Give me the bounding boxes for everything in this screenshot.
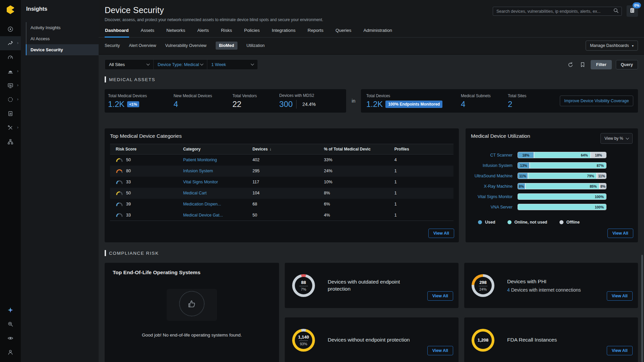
filter-row: All Sites Device Type: Medical 1 Week xyxy=(105,59,638,70)
refresh-icon[interactable] xyxy=(567,61,575,69)
bar-segment-online-not-used: 79% xyxy=(528,173,597,179)
rail-item-radar-icon[interactable] xyxy=(0,22,21,36)
title-block: Device Security Discover, assess, and pr… xyxy=(105,5,323,22)
risk-card-view-all-button[interactable]: View All xyxy=(427,291,453,301)
category-link[interactable]: Medication Dispen... xyxy=(183,202,221,206)
eol-success-message: Good job! No end-of-life operating syste… xyxy=(113,333,271,338)
tab-risks[interactable]: Risks xyxy=(221,27,232,38)
tab-dashboard[interactable]: Dashboard xyxy=(105,27,129,38)
subtab-utilization[interactable]: Utilization xyxy=(247,42,265,50)
metric-badge: <1% xyxy=(127,101,139,107)
rail-item-dotted-circle-icon[interactable]: › xyxy=(0,93,21,107)
tab-reports[interactable]: Reports xyxy=(307,27,324,38)
query-button[interactable]: Query xyxy=(616,60,638,69)
icon-rail: › › › › › xyxy=(0,0,21,362)
vertical-scrollbar[interactable] xyxy=(641,255,643,362)
tab-policies[interactable]: Policies xyxy=(244,27,260,38)
rail-item-report-icon[interactable] xyxy=(0,107,21,121)
subtab-biomed[interactable]: BioMed xyxy=(216,42,237,50)
risk-card-view-all-button[interactable]: View All xyxy=(607,291,633,301)
filter-button[interactable]: Filter xyxy=(591,60,612,69)
metric-value: 1.2K xyxy=(108,100,124,108)
subtab-vulnerability-overview[interactable]: Vulnerability Overview xyxy=(165,42,206,50)
eol-operating-systems-card: Top End-Of-Life Operating Systems Good j… xyxy=(105,263,279,362)
bar-segment-offline: 18% xyxy=(590,152,606,158)
sites-dropdown[interactable]: All Sites xyxy=(105,60,154,69)
bar-segment-used: 13% xyxy=(518,163,529,168)
rail-item-tools-icon[interactable]: › xyxy=(0,121,21,135)
caret-down-icon: ▾ xyxy=(632,44,634,48)
view-by-dropdown[interactable]: View by % xyxy=(600,133,633,144)
stacked-bar: 100% xyxy=(518,204,606,210)
sidebar-item-activity-insights[interactable]: Activity Insights xyxy=(26,22,99,33)
section-accent-bar xyxy=(105,250,106,256)
pct-of-total: 8% xyxy=(321,188,392,199)
category-link[interactable]: Medical Cart xyxy=(183,191,207,195)
utilization-header: Medical Device Utilization View by % xyxy=(471,133,633,144)
tab-alerts[interactable]: Alerts xyxy=(197,27,209,38)
dashboard-subtabs: SecurityAlert OverviewVulnerability Over… xyxy=(105,42,265,50)
utilization-view-all-button[interactable]: View All xyxy=(607,229,633,238)
subtab-security[interactable]: Security xyxy=(105,42,120,50)
stacked-bar: 8%85%8% xyxy=(518,183,606,189)
metric-new-medical-devices: New Medical Devices 4 xyxy=(173,94,232,108)
risk-card-body: Devices with outdated endpoint protectio… xyxy=(328,279,422,293)
metric-devices-with-mds2: Devices with MDS2 300 24.4% xyxy=(279,93,346,109)
subtab-alert-overview[interactable]: Alert Overview xyxy=(129,42,156,50)
tab-queries[interactable]: Queries xyxy=(335,27,352,38)
rail-item-monitor-icon[interactable]: › xyxy=(0,78,21,93)
top-categories-panel: Top Medical Device Categories Risk Score… xyxy=(105,128,459,242)
risk-card-view-all-button[interactable]: View All xyxy=(427,346,453,355)
donut-chart: 1,208 xyxy=(472,329,494,352)
monitor-icon xyxy=(7,82,13,88)
search-input[interactable] xyxy=(496,9,611,14)
device-category-link[interactable]: VNA Server xyxy=(471,205,513,209)
tab-administration[interactable]: Administration xyxy=(363,27,392,38)
column-header-devices[interactable]: Devices↓ xyxy=(250,144,321,155)
thumbs-up-icon xyxy=(179,291,205,316)
tab-networks[interactable]: Networks xyxy=(166,27,185,38)
risk-gauge-icon xyxy=(116,190,123,196)
device-category-link[interactable]: Vital Signs Monitor xyxy=(471,194,513,199)
medical-assets-section-title: MEDICAL ASSETS xyxy=(109,77,155,82)
rail-item-alarm-icon[interactable]: › xyxy=(0,64,21,78)
manage-dashboards-button[interactable]: Manage Dashboards ▾ xyxy=(586,41,638,51)
improve-visibility-button[interactable]: Improve Device Visibility Coverage xyxy=(560,96,633,106)
category-link[interactable]: Vital Signs Monitor xyxy=(183,180,218,184)
rail-item-network-icon[interactable] xyxy=(0,135,21,149)
armis-logo[interactable] xyxy=(5,5,15,16)
rail-item-user-icon[interactable] xyxy=(0,345,21,359)
bookmark-icon[interactable] xyxy=(579,61,587,69)
rail-item-gauge-icon[interactable] xyxy=(0,50,21,64)
category-link[interactable]: Infusion System xyxy=(183,169,213,173)
device-type-dropdown[interactable]: Device Type: Medical xyxy=(154,60,207,69)
device-category-link[interactable]: CT Scanner xyxy=(471,153,513,158)
sort-desc-icon: ↓ xyxy=(269,147,271,152)
rail-item-search-gear-icon[interactable] xyxy=(0,317,21,331)
risk-card-view-all-button[interactable]: View All xyxy=(607,346,633,355)
categories-view-all-button[interactable]: View All xyxy=(428,229,454,238)
rail-item-insights-icon[interactable]: › xyxy=(0,36,21,50)
tab-integrations[interactable]: Integrations xyxy=(271,27,296,38)
legend-dot-icon xyxy=(478,220,482,224)
sidebar-item-ai-access[interactable]: AI Access xyxy=(26,33,99,44)
category-link[interactable]: Medical Device Gat... xyxy=(183,213,223,218)
legend-dot-icon xyxy=(507,220,512,224)
sidebar-item-device-security[interactable]: Device Security xyxy=(26,44,99,55)
time-range-dropdown[interactable]: 1 Week xyxy=(207,60,258,69)
table-row: 50 Medical Cart 104 8% 1 xyxy=(110,188,453,199)
category-link[interactable]: Patient Monitoring xyxy=(183,158,217,162)
donut-percent: 93% xyxy=(300,342,307,346)
rail-item-eye-icon[interactable] xyxy=(0,331,21,345)
filter-actions: Filter Query xyxy=(567,60,638,69)
profiles-count: 1 xyxy=(392,199,453,210)
device-category-link[interactable]: Infusion System xyxy=(471,163,513,168)
tab-assets[interactable]: Assets xyxy=(141,27,155,38)
risk-card-subtitle: 4 Devices with internet connections xyxy=(507,287,581,293)
coverage-report-button[interactable]: 0% xyxy=(627,5,638,17)
chevron-right-icon: › xyxy=(17,125,18,129)
device-category-link[interactable]: X-Ray Machine xyxy=(471,184,513,189)
rail-item-ai-sparkle-icon[interactable] xyxy=(0,303,21,317)
device-category-link[interactable]: UltraSound Machine xyxy=(471,174,513,178)
report-icon xyxy=(7,111,13,117)
